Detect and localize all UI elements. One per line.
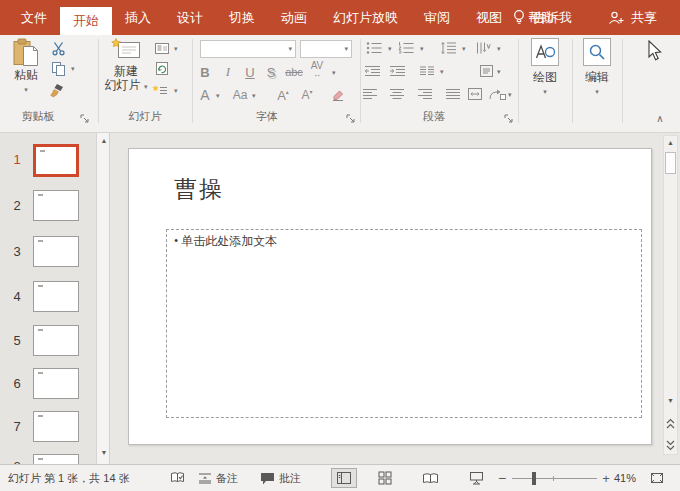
slide-layout-button[interactable] (152, 40, 172, 56)
columns-button[interactable] (419, 63, 435, 79)
zoom-slider-thumb[interactable] (532, 472, 536, 485)
font-color-button[interactable]: A (198, 86, 212, 104)
change-case-dropdown[interactable]: ▾ (252, 91, 256, 101)
line-spacing-button[interactable] (440, 40, 458, 56)
clear-formatting-button[interactable] (328, 86, 348, 104)
decrease-indent-button[interactable] (364, 63, 381, 79)
zoom-out-button[interactable]: − (496, 465, 508, 491)
font-size-combo[interactable]: ▾ (300, 40, 352, 58)
next-slide-button[interactable] (664, 437, 677, 453)
italic-button[interactable]: I (220, 63, 236, 81)
previous-slide-button[interactable] (664, 415, 677, 431)
tell-me-button[interactable]: 告诉我 (512, 0, 572, 35)
format-painter-button[interactable] (44, 82, 70, 99)
slide-title-text[interactable]: 曹操 (174, 174, 224, 205)
strikethrough-button[interactable]: abc (282, 63, 306, 81)
paragraph-dialog-launcher[interactable] (504, 110, 516, 122)
slide-counter[interactable]: 幻灯片 第 1 张，共 14 张 (8, 465, 130, 491)
tab-transitions[interactable]: 切换 (216, 0, 268, 35)
align-left-button[interactable] (362, 86, 378, 102)
font-dialog-launcher[interactable] (346, 110, 358, 122)
slide-thumbnail-2[interactable] (33, 190, 79, 221)
normal-view-button[interactable] (331, 468, 357, 488)
bullets-dropdown[interactable]: ▾ (388, 44, 392, 54)
new-slide-button[interactable]: 新建 幻灯片 ▾ (102, 38, 150, 106)
drawing-button[interactable]: 绘图 ▾ (518, 38, 572, 106)
slide-sorter-view-button[interactable] (374, 468, 396, 488)
paste-button[interactable]: 粘贴 ▾ (6, 38, 46, 106)
zoom-percentage[interactable]: 41% (614, 465, 636, 491)
tab-view[interactable]: 视图 (463, 0, 515, 35)
numbering-button[interactable] (398, 40, 414, 56)
tab-review[interactable]: 审阅 (411, 0, 463, 35)
slideshow-view-button[interactable] (464, 468, 488, 488)
align-center-button[interactable] (389, 86, 405, 102)
copy-dropdown[interactable]: ▾ (71, 64, 75, 74)
character-spacing-dropdown[interactable]: ▾ (332, 68, 336, 78)
slide-canvas[interactable]: 曹操 • 单击此处添加文本 (128, 148, 652, 445)
slide-thumbnail-6[interactable] (33, 368, 79, 399)
editor-scrollbar-thumb[interactable] (665, 152, 676, 174)
convert-to-smartart-button[interactable] (488, 86, 506, 102)
shrink-font-button[interactable]: A▾ (298, 86, 316, 104)
section-dropdown[interactable]: ▾ (174, 86, 178, 96)
numbering-dropdown[interactable]: ▾ (420, 44, 424, 54)
slide-thumbnail-3[interactable] (33, 236, 79, 267)
font-color-dropdown[interactable]: ▾ (216, 91, 220, 101)
panel-scroll-up-icon[interactable]: ▲ (97, 134, 110, 148)
columns-dropdown[interactable]: ▾ (440, 67, 444, 77)
justify-button[interactable] (445, 86, 461, 102)
slide-thumbnail-1[interactable] (33, 144, 79, 177)
distribute-button[interactable] (466, 86, 484, 102)
clipboard-dialog-launcher[interactable] (80, 110, 92, 122)
tab-design[interactable]: 设计 (164, 0, 216, 35)
slide-thumbnail-7[interactable] (33, 411, 79, 442)
section-button[interactable] (150, 82, 170, 98)
character-spacing-button[interactable]: AV ↔ (306, 61, 328, 79)
content-placeholder[interactable]: • 单击此处添加文本 (166, 229, 642, 418)
text-direction-dropdown[interactable]: ▾ (497, 44, 501, 54)
align-text-button[interactable] (478, 63, 494, 79)
grow-font-button[interactable]: A▴ (274, 86, 292, 104)
tab-slideshow[interactable]: 幻灯片放映 (320, 0, 411, 35)
panel-scrollbar[interactable]: ▲ ▼ (96, 133, 110, 464)
tab-insert[interactable]: 插入 (112, 0, 164, 35)
collapse-ribbon-button[interactable]: ∧ (652, 112, 668, 126)
reset-slide-button[interactable] (152, 60, 172, 76)
align-right-button[interactable] (417, 86, 433, 102)
layout-dropdown[interactable]: ▾ (174, 44, 178, 54)
reading-view-button[interactable] (418, 468, 442, 488)
editor-scrollbar[interactable]: ▲ ▼ (663, 135, 678, 455)
text-direction-button[interactable] (474, 40, 492, 56)
bullets-button[interactable] (366, 40, 382, 56)
fit-slide-to-window-button[interactable] (646, 468, 668, 488)
spellcheck-button[interactable] (170, 465, 185, 491)
copy-button[interactable] (46, 60, 70, 77)
share-button[interactable]: 共享 (608, 0, 657, 35)
slide-thumbnail-4[interactable] (33, 281, 79, 312)
panel-scroll-down-icon[interactable]: ▼ (97, 446, 110, 460)
comments-button[interactable]: 批注 (260, 465, 301, 491)
zoom-in-button[interactable]: + (600, 465, 612, 491)
slide-thumbnail-5[interactable] (33, 325, 79, 356)
notes-button[interactable]: 备注 (198, 465, 238, 491)
cut-button[interactable] (46, 40, 70, 57)
editor-scroll-up-icon[interactable]: ▲ (664, 136, 677, 150)
change-case-button[interactable]: Aa (230, 86, 250, 104)
align-text-dropdown[interactable]: ▾ (497, 67, 501, 77)
tab-home[interactable]: 开始 (60, 7, 112, 35)
font-name-combo[interactable]: ▾ (200, 40, 296, 58)
text-shadow-button[interactable]: S (262, 63, 280, 81)
zoom-slider-track[interactable] (512, 478, 597, 479)
underline-button[interactable]: U (242, 63, 258, 81)
editing-button[interactable]: 编辑 ▾ (572, 38, 622, 106)
slide-thumbnail-8[interactable] (33, 454, 79, 464)
tab-file[interactable]: 文件 (8, 0, 60, 35)
line-spacing-dropdown[interactable]: ▾ (462, 44, 466, 54)
tab-animations[interactable]: 动画 (268, 0, 320, 35)
editor-scroll-down-icon[interactable]: ▼ (664, 394, 677, 408)
smartart-dropdown[interactable]: ▾ (508, 90, 512, 100)
fit-to-window-icon (649, 471, 665, 485)
increase-indent-button[interactable] (389, 63, 406, 79)
bold-button[interactable]: B (196, 63, 214, 81)
